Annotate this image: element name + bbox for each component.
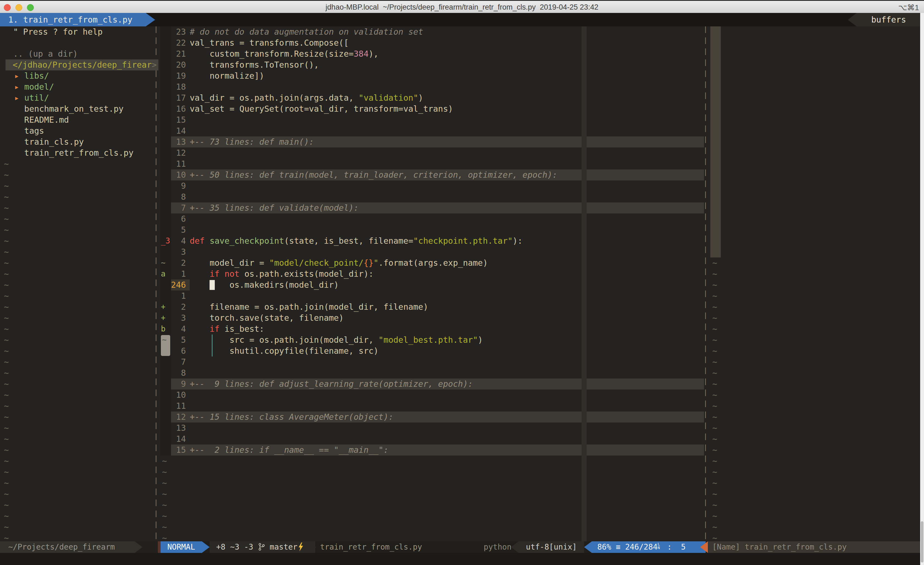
code-line[interactable]: src = os.path.join(model_dir, "model_bes… <box>190 335 483 346</box>
line-number[interactable]: 19 <box>165 71 186 81</box>
tagbar-eob-tilde: ~ <box>712 346 717 356</box>
line-number[interactable]: 7 <box>165 356 186 368</box>
line-number[interactable]: 15 <box>165 114 186 125</box>
code-line[interactable]: filename = os.path.join(model_dir, filen… <box>190 302 428 313</box>
line-number[interactable]: 12 <box>165 412 186 422</box>
tagbar-eob-tilde: ~ <box>712 434 717 445</box>
tagbar-row[interactable]: +parser <box>710 191 921 203</box>
line-number[interactable]: 8 <box>165 191 186 203</box>
code-line[interactable]: val_trans = transforms.Compose([ <box>190 38 349 48</box>
code-line[interactable]: # do not do data augmentation on validat… <box>190 26 423 38</box>
line-number[interactable]: 3 <box>165 246 186 257</box>
line-number[interactable]: 18 <box>165 81 186 92</box>
line-number[interactable]: 17 <box>165 92 186 104</box>
line-number[interactable]: 22 <box>165 38 186 48</box>
code-line[interactable]: transforms.ToTensor(), <box>190 59 319 71</box>
code-line[interactable]: val_set = QuerySet(root=val_dir, transfo… <box>190 104 453 114</box>
line-number[interactable]: 14 <box>165 434 186 445</box>
window-separator-right[interactable] <box>705 26 706 541</box>
line-number[interactable]: 14 <box>165 125 186 137</box>
tagbar-row[interactable]: +val_mAP <box>710 224 921 236</box>
tagbar-row[interactable]: +main() : function <box>710 59 921 71</box>
nerdtree-item-model[interactable]: ▸ model/ <box>14 81 168 92</box>
code-line[interactable]: def save_checkpoint(state, is_best, file… <box>190 236 522 246</box>
code-line[interactable]: model_dir = "model/check_point/{}".forma… <box>190 257 488 269</box>
tagbar-row[interactable]: ▼ variables <box>710 147 921 158</box>
code-line[interactable]: custom_transform.Resize(size=384), <box>190 48 378 59</box>
line-number-icon: L N <box>657 542 663 550</box>
line-number[interactable]: 1 <box>165 290 186 302</box>
line-number[interactable]: 15 <box>165 445 186 455</box>
nerdtree-root[interactable]: </jdhao/Projects/deep_firear> <box>13 59 166 71</box>
line-number[interactable]: 21 <box>165 48 186 59</box>
line-number[interactable]: 11 <box>165 401 186 412</box>
code-line[interactable]: if not os.path.exists(model_dir): <box>190 269 374 279</box>
line-number[interactable]: 12 <box>165 147 186 158</box>
tagbar-eob-tilde: ~ <box>712 302 717 313</box>
code-line[interactable]: val_dir = os.path.join(args.data, "valid… <box>190 92 423 104</box>
tagbar-row[interactable]: +args <box>710 158 921 170</box>
nerdtree-item-benchmarkontestpy[interactable]: benchmark_on_test.py <box>14 104 168 114</box>
line-number[interactable]: 246 <box>165 279 186 290</box>
line-number[interactable]: 16 <box>165 104 186 114</box>
nerdtree-eob-tilde: ~ <box>4 401 9 412</box>
fold-text[interactable]: +-- 15 lines: class AverageMeter(object)… <box>190 412 393 422</box>
nerdtree-item-util[interactable]: ▸ util/ <box>14 92 168 104</box>
tagbar-row[interactable]: +adjust_learning_rate(optimizer, epo> <box>710 38 921 48</box>
line-number[interactable]: 13 <box>165 137 186 147</box>
nerdtree-eob-tilde: ~ <box>4 511 9 521</box>
tagbar-eob-tilde: ~ <box>712 445 717 455</box>
nerdtree-eob-tilde: ~ <box>4 379 9 389</box>
tagbar-row[interactable]: +val_trans <box>710 246 921 257</box>
tagbar-row[interactable]: +best_mAP <box>710 170 921 180</box>
line-number[interactable]: 9 <box>165 180 186 191</box>
line-number[interactable]: 7 <box>165 203 186 213</box>
code-eob-tilde: ~ <box>162 532 167 541</box>
line-number[interactable]: 11 <box>165 158 186 170</box>
cursor-block <box>210 280 215 290</box>
scrollbar-thumb[interactable] <box>921 521 924 562</box>
line-number[interactable]: 20 <box>165 59 186 71</box>
statusline-mode: NORMAL <box>160 541 202 553</box>
tagbar-row[interactable]: +val_set <box>710 236 921 246</box>
fold-text[interactable]: +-- 2 lines: if __name__ == "__main__": <box>190 445 388 455</box>
nerdtree-eob-tilde: ~ <box>4 246 9 257</box>
tagbar-row[interactable]: +val_dir <box>710 213 921 224</box>
line-number[interactable]: 13 <box>165 422 186 434</box>
tagbar-eob-tilde: ~ <box>712 511 717 521</box>
nerdtree-item-libs[interactable]: ▸ libs/ <box>14 71 168 81</box>
command-line[interactable] <box>0 553 924 565</box>
fold-text[interactable]: +-- 73 lines: def main(): <box>190 137 314 147</box>
tagbar-row[interactable]: +train_loss <box>710 203 921 213</box>
code-line[interactable]: normalize]) <box>190 71 264 81</box>
nerdtree-item-trainclspy[interactable]: train_cls.py <box>14 137 168 147</box>
tagbar-row[interactable]: +save_checkpoint(state, is_best, fil> <box>710 81 921 92</box>
folder-collapsed-icon: ▸ <box>14 71 24 81</box>
tagbar-row[interactable]: +validate(model) : function <box>710 125 921 137</box>
fold-text[interactable]: +-- 50 lines: def train(model, train_loa… <box>190 170 557 180</box>
code-line[interactable]: shutil.copyfile(filename, src) <box>190 346 378 356</box>
nerdtree-eob-tilde: ~ <box>4 180 9 191</box>
nerdtree-up-a-dir[interactable]: .. (up a dir) <box>13 48 167 59</box>
tagbar-row[interactable]: +normalize <box>710 180 921 191</box>
line-number[interactable]: 10 <box>165 389 186 401</box>
line-number[interactable]: 6 <box>165 213 186 224</box>
nerdtree-file-label: benchmark_on_test.py <box>14 104 123 114</box>
position-colon: : <box>663 542 681 551</box>
nerdtree-item-trainretrfromclspy[interactable]: train_retr_from_cls.py <box>14 147 168 158</box>
nerdtree-item-READMEmd[interactable]: README.md <box>14 114 168 125</box>
code-line[interactable]: if is_best: <box>190 323 264 335</box>
fold-text[interactable]: +-- 35 lines: def validate(model): <box>190 203 358 213</box>
tagbar-eob-tilde: ~ <box>712 269 717 279</box>
nerdtree-item-tags[interactable]: tags <box>14 125 168 137</box>
line-number[interactable]: 10 <box>165 170 186 180</box>
tagbar-row[interactable]: +train(model, train_loader, criterio> <box>710 104 921 114</box>
code-line[interactable]: torch.save(state, filename) <box>190 313 344 323</box>
line-number[interactable]: 5 <box>165 224 186 236</box>
line-number[interactable]: 23 <box>165 26 186 38</box>
line-number[interactable]: 8 <box>165 368 186 379</box>
tab-active-buffer[interactable]: 1. train_retr_from_cls.py <box>0 13 146 26</box>
fold-text[interactable]: +-- 9 lines: def adjust_learning_rate(op… <box>190 379 473 389</box>
line-number[interactable]: 9 <box>165 379 186 389</box>
scrollbar-track[interactable] <box>920 13 924 565</box>
